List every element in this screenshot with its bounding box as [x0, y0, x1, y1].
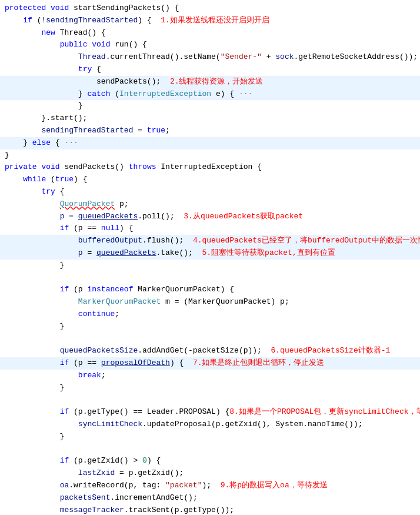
code-line: } — [0, 149, 420, 162]
code-line: } — [0, 382, 420, 394]
code-line: } — [0, 321, 420, 333]
code-line: QuorumPacket p; — [0, 198, 420, 211]
code-line: Thread.currentThread().setName("Sender-"… — [0, 51, 420, 64]
code-line: } catch (InterruptedException e) { ··· — [0, 88, 420, 101]
code-line: } — [0, 100, 420, 112]
code-line: lastZxid = p.getZxid(); — [0, 467, 420, 480]
code-line: queuedPacketsSize.addAndGet(-packetSize(… — [0, 345, 420, 357]
code-line: new Thread() { — [0, 27, 420, 39]
code-line: while (true) { — [0, 174, 420, 186]
code-line: } — [0, 260, 420, 272]
code-line: packetsSent.incrementAndGet(); — [0, 492, 420, 504]
code-line: if (p instanceof MarkerQuorumPacket) { — [0, 284, 420, 296]
code-line: sendPackets(); 2.线程获得资源，开始发送 — [0, 76, 420, 88]
code-line: if (p.getZxid() > 0) { — [0, 455, 420, 467]
code-line: continue; — [0, 308, 420, 321]
code-line: bufferedOutput.flush(); 4.queuedPackets已… — [0, 235, 420, 247]
code-line: p = queuedPackets.poll(); 3.从queuedPacke… — [0, 211, 420, 223]
code-line: if (p.getType() == Leader.PROPOSAL) {8.如… — [0, 406, 420, 418]
code-line: p = queuedPackets.take(); 5.阻塞性等待获取packe… — [0, 247, 420, 260]
code-line: if (p == null) { — [0, 222, 420, 235]
code-line: if (p == proposalOfDeath) { 7.如果是终止包则退出循… — [0, 357, 420, 370]
code-line — [0, 394, 420, 407]
code-view: protected void startSendingPackets() { i… — [0, 0, 420, 515]
code-line — [0, 333, 420, 345]
code-line: try { — [0, 64, 420, 76]
code-line: oa.writeRecord(p, tag: "packet"); 9.将p的数… — [0, 480, 420, 492]
code-line: private void sendPackets() throws Interr… — [0, 161, 420, 174]
code-line: MarkerQuorumPacket m = (MarkerQuorumPack… — [0, 296, 420, 308]
code-line: protected void startSendingPackets() { — [0, 2, 420, 15]
code-line: try { — [0, 186, 420, 198]
code-line: } else { ··· — [0, 137, 420, 149]
code-line: public void run() { — [0, 39, 420, 51]
code-line: break; — [0, 370, 420, 382]
code-line: sendingThreadStarted = true; — [0, 125, 420, 137]
code-line: if (!sendingThreadStarted) { 1.如果发送线程还没开… — [0, 15, 420, 27]
code-line — [0, 272, 420, 284]
code-line — [0, 443, 420, 456]
code-line: messageTracker.trackSent(p.getType()); — [0, 504, 420, 515]
code-line: } — [0, 431, 420, 443]
code-line: }.start(); — [0, 112, 420, 125]
code-line: syncLimitCheck.updateProposal(p.getZxid(… — [0, 418, 420, 431]
